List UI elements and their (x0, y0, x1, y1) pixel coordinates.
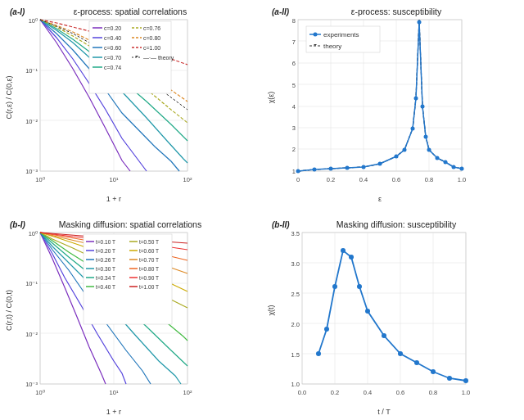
xaxis-label-bII: t / T (377, 408, 391, 416)
svg-point-155 (341, 248, 346, 253)
svg-point-80 (460, 167, 464, 171)
title-bI: Masking diffusion: spatial correlations (59, 219, 201, 229)
svg-point-68 (378, 162, 382, 166)
svg-text:—·— theory: —·— theory (143, 55, 174, 61)
svg-point-65 (329, 167, 333, 171)
svg-text:0.2: 0.2 (327, 176, 335, 183)
svg-text:t=0.30 T: t=0.30 T (96, 266, 115, 272)
chart-bI: Masking diffusion: spatial correlations … (3, 216, 257, 419)
svg-text:1.0: 1.0 (458, 176, 466, 183)
svg-rect-128 (302, 233, 466, 384)
svg-point-71 (411, 127, 415, 131)
svg-point-160 (398, 351, 403, 356)
svg-text:c=0.20: c=0.20 (104, 25, 121, 31)
yaxis-label-aI: C(r,ε) / C(0,ε) (5, 75, 13, 119)
svg-text:5: 5 (292, 82, 296, 89)
yaxis-label-bI: C(r,t) / C(0,t) (5, 290, 13, 331)
svg-point-74 (421, 105, 425, 109)
svg-text:t=0.26 T: t=0.26 T (96, 257, 115, 263)
svg-text:10⁻³: 10⁻³ (25, 168, 38, 175)
svg-text:1: 1 (292, 168, 296, 175)
svg-point-79 (452, 165, 456, 169)
label-aI: (a-I) (10, 7, 25, 16)
svg-text:0.0: 0.0 (298, 389, 306, 396)
svg-text:10⁰: 10⁰ (29, 17, 38, 25)
svg-point-163 (447, 376, 452, 381)
svg-point-70 (403, 148, 407, 152)
svg-text:1.0: 1.0 (462, 389, 470, 396)
svg-point-63 (296, 169, 300, 174)
svg-text:8: 8 (292, 17, 296, 25)
legend-aII: experiments theory (306, 26, 380, 52)
svg-text:0: 0 (296, 176, 300, 183)
svg-point-75 (424, 135, 428, 139)
svg-text:0.2: 0.2 (331, 389, 339, 396)
svg-point-76 (427, 148, 431, 152)
svg-text:7: 7 (292, 38, 296, 46)
svg-text:t=0.80 T: t=0.80 T (139, 266, 159, 272)
svg-text:2: 2 (292, 146, 296, 153)
svg-text:0.6: 0.6 (392, 176, 400, 183)
svg-text:10⁻³: 10⁻³ (25, 381, 38, 388)
svg-text:10¹: 10¹ (110, 176, 119, 183)
svg-text:10⁻²: 10⁻² (25, 331, 38, 338)
svg-text:6: 6 (292, 60, 296, 67)
svg-text:10⁰: 10⁰ (35, 176, 44, 183)
svg-point-154 (332, 284, 337, 289)
svg-text:0.8: 0.8 (429, 389, 437, 396)
svg-text:t=0.20 T: t=0.20 T (96, 248, 115, 254)
svg-text:3: 3 (292, 124, 296, 132)
svg-text:c=0.80: c=0.80 (143, 35, 160, 41)
svg-text:10¹: 10¹ (110, 389, 119, 396)
panel-aII: ε-process: susceptibility (a-II) 8 7 6 5… (262, 0, 524, 213)
svg-point-162 (431, 369, 436, 374)
svg-text:t=0.90 T: t=0.90 T (139, 275, 159, 281)
title-bII: Masking diffusion: susceptibility (337, 219, 457, 229)
svg-text:t=1.00 T: t=1.00 T (139, 284, 159, 290)
svg-text:t=0.60 T: t=0.60 T (139, 248, 159, 254)
svg-text:3.0: 3.0 (291, 260, 300, 268)
svg-point-78 (444, 160, 448, 165)
svg-text:3.5: 3.5 (291, 230, 300, 237)
svg-point-66 (346, 166, 350, 170)
svg-text:t=0.40 T: t=0.40 T (96, 284, 115, 290)
svg-point-157 (357, 284, 362, 289)
svg-point-73 (418, 20, 422, 25)
title-aI: ε-process: spatial correlations (74, 7, 187, 16)
main-container: ε-process: spatial correlations (a-I) 10… (0, 0, 524, 420)
title-aII: ε-process: susceptibility (351, 7, 442, 16)
svg-point-152 (316, 351, 321, 356)
xaxis-label-aI: 1 + r (106, 195, 121, 203)
svg-text:10⁰: 10⁰ (35, 389, 44, 396)
svg-text:experiments: experiments (323, 31, 359, 38)
svg-text:t=0.10 T: t=0.10 T (96, 239, 115, 245)
svg-point-158 (365, 309, 370, 314)
svg-text:2.0: 2.0 (291, 321, 300, 328)
svg-text:t=0.50 T: t=0.50 T (139, 239, 159, 245)
legend-bI: t=0.10 T t=0.20 T t=0.26 T t=0.30 T t=0.… (84, 234, 172, 324)
yaxis-label-bII: χ(t) (267, 305, 275, 315)
svg-text:c=1.00: c=1.00 (143, 45, 160, 51)
svg-text:c=0.60: c=0.60 (104, 45, 121, 51)
svg-text:10⁻¹: 10⁻¹ (25, 67, 38, 75)
label-bII: (b-II) (272, 220, 290, 229)
panel-aI: ε-process: spatial correlations (a-I) 10… (0, 0, 262, 213)
svg-text:10⁻¹: 10⁻¹ (25, 280, 38, 287)
chart-bII: Masking diffusion: susceptibility (b-II)… (265, 216, 519, 419)
svg-text:c=0.40: c=0.40 (104, 35, 121, 41)
svg-text:c=0.76: c=0.76 (143, 25, 160, 31)
svg-text:0.6: 0.6 (396, 389, 404, 396)
svg-text:t=0.70 T: t=0.70 T (139, 257, 159, 263)
legend-aI: c=0.20 c=0.76 c=0.40 c=0.80 c=0.60 c=1.0… (89, 21, 174, 93)
svg-point-153 (324, 327, 329, 332)
svg-point-67 (362, 165, 366, 169)
panel-bI: Masking diffusion: spatial correlations … (0, 213, 262, 420)
svg-point-69 (395, 155, 399, 159)
svg-point-159 (382, 333, 386, 338)
label-bI: (b-I) (10, 220, 26, 229)
chart-aII: ε-process: susceptibility (a-II) 8 7 6 5… (265, 3, 519, 206)
svg-point-83 (314, 33, 318, 37)
svg-text:10²: 10² (183, 389, 192, 396)
svg-point-161 (414, 360, 419, 365)
svg-rect-81 (306, 26, 380, 52)
